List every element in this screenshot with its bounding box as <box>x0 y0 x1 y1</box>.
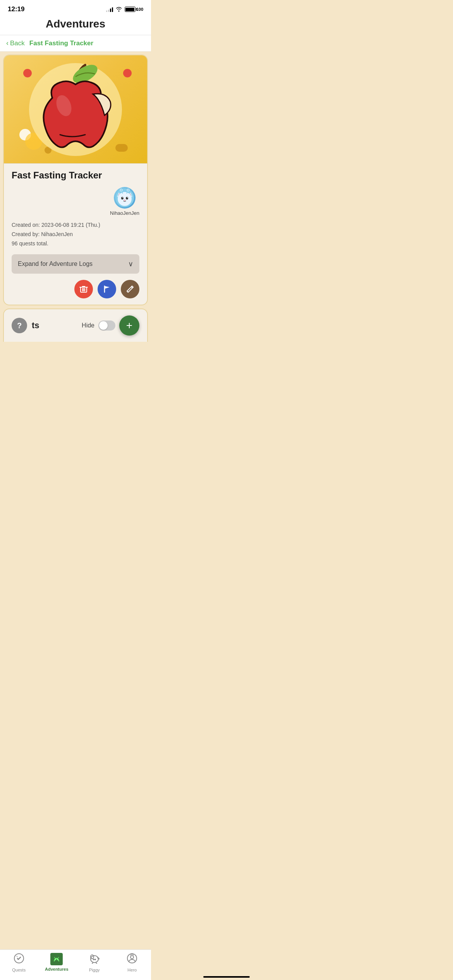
edit-button[interactable] <box>121 280 139 298</box>
svg-point-7 <box>118 192 132 206</box>
flag-button[interactable] <box>98 280 116 298</box>
nav-back-bar: ‹ Back Fast Fasting Tracker <box>0 35 151 51</box>
quests-left: ? ts <box>12 318 39 333</box>
status-bar: 12:19 100 <box>0 0 151 16</box>
battery-icon: 100 <box>125 7 143 12</box>
wifi-icon <box>115 6 122 13</box>
created-by: Created by: NihaoJenJen <box>12 230 139 239</box>
action-row <box>12 280 139 300</box>
hide-label: Hide <box>82 322 94 329</box>
svg-point-11 <box>127 197 128 198</box>
apple-image <box>25 63 126 156</box>
meta-info: Created on: 2023-06-08 19:21 (Thu.) Crea… <box>12 221 139 248</box>
hide-toggle[interactable] <box>98 320 115 331</box>
main-content: Fast Fasting Tracker <box>0 51 151 373</box>
quests-section: ? ts Hide + <box>3 308 148 342</box>
adventure-card: Fast Fasting Tracker <box>3 55 148 305</box>
card-content: Fast Fasting Tracker <box>4 164 147 305</box>
status-icons: 100 <box>106 6 143 13</box>
delete-button[interactable] <box>74 280 93 298</box>
hero-image <box>4 55 147 164</box>
status-time: 12:19 <box>8 5 24 13</box>
quests-total: 96 quests total. <box>12 239 139 248</box>
svg-point-14 <box>120 189 122 191</box>
page-title: Adventures <box>0 18 151 30</box>
help-button[interactable]: ? <box>12 318 27 333</box>
quests-label: ts <box>32 320 39 331</box>
back-chevron-icon: ‹ <box>6 39 9 47</box>
svg-point-16 <box>127 189 129 191</box>
nav-current-title: Fast Fasting Tracker <box>29 39 93 47</box>
quests-right: Hide + <box>82 315 139 336</box>
creator-avatar <box>114 187 136 209</box>
svg-point-10 <box>122 197 123 198</box>
expand-chevron-icon: ∨ <box>128 260 133 268</box>
expand-adventure-logs-button[interactable]: Expand for Adventure Logs ∨ <box>12 254 139 274</box>
add-button[interactable]: + <box>119 315 139 336</box>
creator-name: NihaoJenJen <box>110 210 139 216</box>
expand-label: Expand for Adventure Logs <box>18 260 93 267</box>
svg-point-12 <box>124 200 125 201</box>
signal-icon <box>106 7 113 12</box>
creator-row: NihaoJenJen <box>12 187 139 216</box>
created-on: Created on: 2023-06-08 19:21 (Thu.) <box>12 221 139 230</box>
battery-level: 100 <box>136 7 143 12</box>
svg-point-9 <box>126 197 128 200</box>
svg-point-8 <box>121 197 124 200</box>
back-button[interactable]: Back <box>10 39 25 47</box>
page-title-bar: Adventures <box>0 16 151 35</box>
adventure-title: Fast Fasting Tracker <box>12 170 139 181</box>
